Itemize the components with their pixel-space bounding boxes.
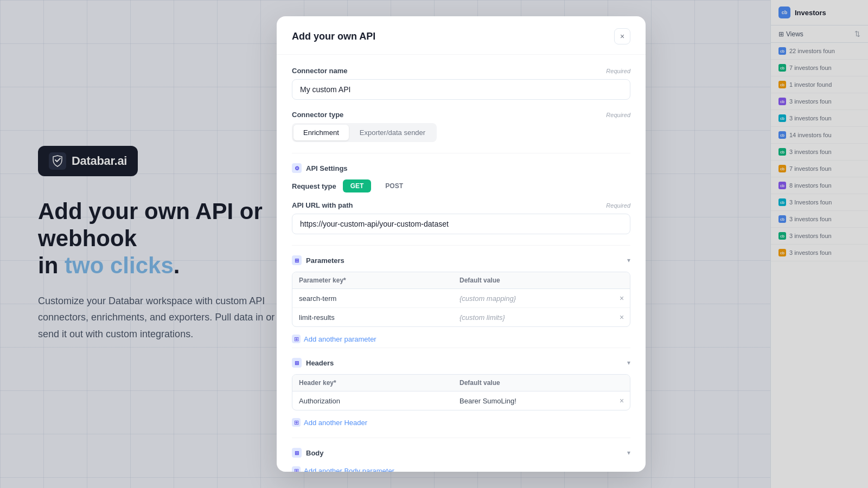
param-default-header: Default value <box>453 272 614 288</box>
api-url-input[interactable] <box>292 214 630 234</box>
divider-1 <box>292 153 630 153</box>
param-row-2: limit-results {custom limits} × <box>292 308 630 326</box>
connector-type-label: Connector type <box>292 111 343 119</box>
body-header[interactable]: ⊞ Body ▾ <box>292 440 630 464</box>
param-value-2: {custom limits} <box>453 309 614 326</box>
connector-type-required: Required <box>606 112 630 118</box>
request-type-label: Request type <box>292 182 336 190</box>
param-key-header: Parameter key* <box>292 272 453 288</box>
connector-type-label-row: Connector type Required <box>292 111 630 119</box>
post-button[interactable]: POST <box>378 179 411 192</box>
api-url-required: Required <box>606 202 630 209</box>
headers-table: Header key* Default value Authorization … <box>292 374 630 410</box>
modal-body: Connector name Required Connector type R… <box>277 55 646 472</box>
param-key-1: search-term <box>292 290 453 307</box>
header-default-header: Default value <box>453 375 614 391</box>
add-parameter-button[interactable]: ⊞ Add another parameter <box>292 332 376 345</box>
modal-close-button[interactable]: × <box>614 28 630 44</box>
add-param-icon: ⊞ <box>292 335 301 343</box>
body-icon: ⊞ <box>292 448 302 458</box>
connector-type-toggle: Enrichment Exporter/data sender <box>292 123 437 142</box>
header-key-header: Header key* <box>292 375 453 391</box>
connector-name-group: Connector name Required <box>292 67 630 100</box>
api-url-label-row: API URL with path Required <box>292 201 630 209</box>
parameters-header-left: ⊞ Parameters <box>292 255 344 265</box>
divider-3 <box>292 348 630 348</box>
headers-header-left: ⊞ Headers <box>292 358 334 368</box>
divider-4 <box>292 438 630 438</box>
parameters-chevron: ▾ <box>627 256 630 264</box>
add-header-icon: ⊞ <box>292 418 301 427</box>
parameters-icon: ⊞ <box>292 255 302 265</box>
api-settings-icon: ⚙ <box>292 163 302 173</box>
type-enrichment-button[interactable]: Enrichment <box>293 125 349 140</box>
param-value-1: {custom mapping} <box>453 290 614 307</box>
api-settings-header[interactable]: ⚙ API Settings <box>292 156 630 179</box>
get-button[interactable]: GET <box>343 179 372 192</box>
param-remove-2[interactable]: × <box>614 308 630 326</box>
connector-type-group: Connector type Required Enrichment Expor… <box>292 111 630 142</box>
header-value-1: Bearer SumoLing! <box>453 392 614 410</box>
add-header-button[interactable]: ⊞ Add another Header <box>292 416 367 429</box>
param-remove-1[interactable]: × <box>614 289 630 307</box>
body-chevron: ▾ <box>627 449 630 457</box>
param-table-header: Parameter key* Default value <box>292 272 630 289</box>
header-table-header: Header key* Default value <box>292 375 630 391</box>
connector-name-input[interactable] <box>292 79 630 100</box>
connector-name-required: Required <box>606 68 630 74</box>
body-header-left: ⊞ Body <box>292 448 324 458</box>
add-body-icon: ⊞ <box>292 466 301 472</box>
api-settings-left: ⚙ API Settings <box>292 163 348 173</box>
param-row-1: search-term {custom mapping} × <box>292 289 630 308</box>
divider-2 <box>292 245 630 246</box>
connector-name-label-row: Connector name Required <box>292 67 630 75</box>
api-url-label: API URL with path <box>292 201 353 209</box>
modal-title: Add your own API <box>292 31 375 42</box>
header-remove-1[interactable]: × <box>614 391 630 410</box>
modal-header: Add your own API × <box>277 16 646 55</box>
param-key-2: limit-results <box>292 309 453 326</box>
add-api-modal: Add your own API × Connector name Requir… <box>277 16 646 472</box>
parameters-header[interactable]: ⊞ Parameters ▾ <box>292 248 630 272</box>
header-row-1: Authorization Bearer SumoLing! × <box>292 391 630 410</box>
api-url-group: API URL with path Required <box>292 201 630 234</box>
modal-overlay: Add your own API × Connector name Requir… <box>0 0 868 488</box>
add-body-button[interactable]: ⊞ Add another Body parameter <box>292 464 394 472</box>
request-type-row: Request type GET POST <box>292 179 630 192</box>
parameters-table: Parameter key* Default value search-term… <box>292 272 630 327</box>
headers-header[interactable]: ⊞ Headers ▾ <box>292 350 630 374</box>
headers-icon: ⊞ <box>292 358 302 368</box>
header-key-1: Authorization <box>292 392 453 410</box>
headers-chevron: ▾ <box>627 359 630 367</box>
connector-name-label: Connector name <box>292 67 348 75</box>
type-exporter-button[interactable]: Exporter/data sender <box>350 125 435 140</box>
